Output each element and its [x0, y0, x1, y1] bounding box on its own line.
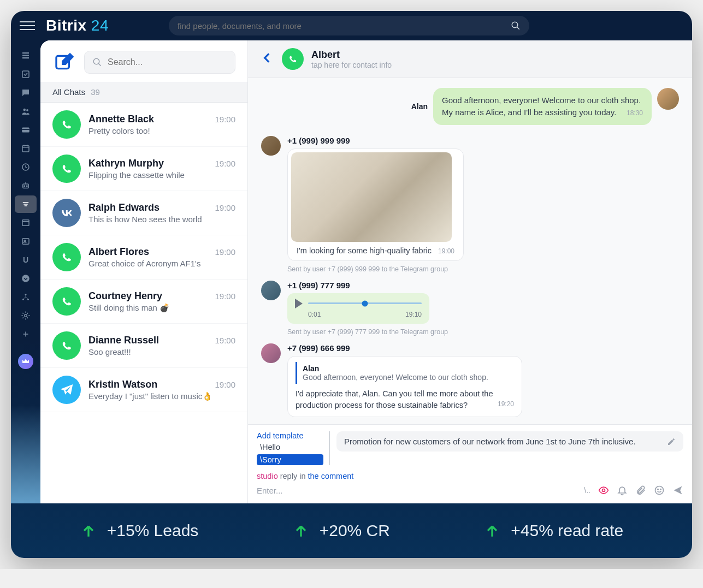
svg-rect-5 — [22, 71, 29, 78]
hint-c[interactable]: the comment — [308, 472, 354, 480]
rail-chat-icon[interactable] — [15, 84, 37, 102]
chat-title-block[interactable]: Albert tap here for contact info — [311, 49, 392, 69]
message-out: Alan Good afternoon, everyone! Welcome t… — [261, 88, 679, 125]
app-window: Bitrix 24 U — [11, 11, 692, 558]
pencil-icon[interactable] — [667, 437, 676, 446]
rail-feed-icon[interactable] — [15, 47, 37, 64]
rail-chevron-down-icon[interactable] — [15, 270, 37, 287]
svg-point-37 — [655, 486, 664, 495]
back-icon[interactable] — [260, 51, 274, 67]
smile-icon[interactable] — [654, 485, 665, 496]
svg-point-25 — [24, 240, 26, 242]
svg-point-6 — [23, 109, 26, 111]
svg-point-34 — [93, 58, 99, 64]
rail-calendar-icon[interactable] — [15, 140, 37, 157]
rail-robot-icon[interactable] — [15, 177, 37, 194]
fabric-image[interactable] — [291, 152, 452, 242]
send-icon[interactable] — [672, 485, 683, 496]
bell-icon[interactable] — [617, 485, 628, 496]
template-preview-text: Promotion for new customers of our netwo… — [344, 437, 636, 446]
chat-item-preview: This is how Neo sees the world — [88, 215, 235, 224]
svg-point-39 — [660, 489, 661, 490]
chat-item-name: Annette Black — [88, 114, 154, 125]
quote: Alan Good afternoon, everyone! Welcome t… — [296, 362, 514, 384]
chat-list-tab[interactable]: All Chats 39 — [40, 82, 247, 103]
chat-list-item[interactable]: Kristin Watson19:00Everyday I "just" lis… — [40, 368, 247, 412]
left-rail: U — [11, 40, 40, 503]
chat-body: Alan Good afternoon, everyone! Welcome t… — [248, 78, 692, 424]
chat-list-item[interactable]: Annette Black19:00Pretty colors too! — [40, 103, 247, 147]
template-list: Add template \Hello \Sorry — [257, 431, 330, 465]
out-avatar — [657, 88, 679, 110]
global-search-input[interactable] — [178, 21, 511, 31]
search-icon — [511, 21, 521, 31]
logo: Bitrix 24 — [46, 17, 109, 34]
template-hello[interactable]: \Hello — [257, 442, 323, 453]
stat-cr-text: +20% CR — [320, 521, 390, 540]
play-icon[interactable] — [295, 299, 303, 308]
rail-window-icon[interactable] — [15, 214, 37, 231]
whatsapp-icon — [52, 155, 81, 183]
telegram-icon — [52, 376, 81, 404]
compose-icons: \.. — [584, 485, 683, 496]
chat-item-preview: Great choice of Acronym AF1's — [88, 259, 235, 268]
rail-sitemap-icon[interactable] — [15, 288, 37, 306]
out-text: Good afternoon, everyone! Welcome to our… — [442, 96, 641, 117]
rail-crown-icon[interactable] — [18, 354, 33, 369]
stat-leads: +15% Leads — [80, 521, 199, 540]
chat-search-input[interactable] — [108, 57, 227, 67]
rail-u-icon[interactable]: U — [15, 251, 37, 269]
svg-point-29 — [27, 299, 29, 300]
chat-item-name: Kristin Watson — [88, 379, 157, 390]
msg3-time: 19:20 — [498, 400, 514, 409]
rail-people-icon[interactable] — [15, 103, 37, 120]
slash-icon[interactable]: \.. — [584, 486, 590, 495]
eye-icon[interactable] — [598, 485, 609, 496]
arrow-up-icon — [292, 522, 310, 539]
rail-filter-icon[interactable] — [15, 195, 37, 213]
audio-thumb[interactable] — [362, 300, 368, 306]
chat-list-item[interactable]: Courtney Henry19:00Still doing this man … — [40, 280, 247, 324]
chat-list-item[interactable]: Albert Flores19:00Great choice of Acrony… — [40, 235, 247, 280]
paperclip-icon[interactable] — [635, 485, 646, 496]
compose-icon[interactable] — [52, 50, 76, 74]
chat-search[interactable] — [84, 51, 235, 74]
audio-track[interactable] — [308, 302, 422, 304]
chat-header: Albert tap here for contact info — [248, 40, 692, 78]
chat-tab-count: 39 — [91, 87, 100, 97]
template-sorry[interactable]: \Sorry — [257, 454, 323, 465]
chat-list-item[interactable]: Ralph Edwards19:00This is how Neo sees t… — [40, 191, 247, 235]
compose-input[interactable] — [257, 486, 577, 495]
add-template-link[interactable]: Add template — [257, 431, 323, 440]
quote-name: Alan — [303, 364, 514, 373]
svg-point-28 — [22, 299, 24, 300]
rail-tasks-icon[interactable] — [15, 66, 37, 83]
chat-pane: Albert tap here for contact info Alan Go… — [248, 40, 692, 503]
main: U All Ch — [11, 40, 692, 503]
svg-rect-2 — [22, 52, 29, 54]
rail-card-icon[interactable] — [15, 121, 37, 139]
svg-point-0 — [512, 22, 518, 28]
chat-item-time: 19:00 — [215, 159, 235, 168]
menu-icon[interactable] — [20, 18, 35, 33]
compose-area: Add template \Hello \Sorry Promotion for… — [248, 424, 692, 503]
stat-read-text: +45% read rate — [511, 521, 623, 540]
svg-line-35 — [98, 63, 101, 66]
chat-item-preview: Soo great!!! — [88, 347, 235, 357]
rail-plus-icon[interactable] — [15, 325, 37, 343]
svg-rect-22 — [22, 220, 29, 226]
hint-b: reply in — [278, 472, 308, 480]
rail-contact-icon[interactable] — [15, 233, 37, 250]
chat-list-item[interactable]: Kathryn Murphy19:00Flipping the cassette… — [40, 147, 247, 191]
chat-list-item[interactable]: Dianne Russell19:00Soo great!!! — [40, 324, 247, 368]
svg-point-27 — [25, 294, 27, 295]
msg3-name: +7 (999) 666 999 — [287, 343, 679, 353]
msg3-body: I'd appreciate that, Alan. Can you tell … — [296, 389, 493, 409]
rail-gear-icon[interactable] — [15, 307, 37, 324]
global-search[interactable] — [169, 16, 529, 35]
rich-hint: studio reply in the comment — [248, 468, 692, 482]
svg-rect-4 — [22, 57, 29, 58]
rail-clock-icon[interactable] — [15, 158, 37, 176]
message-in-2: +1 (999) 777 999 0:01 19:10 — [261, 281, 679, 324]
chat-item-preview: Flipping the cassette while — [88, 170, 235, 180]
